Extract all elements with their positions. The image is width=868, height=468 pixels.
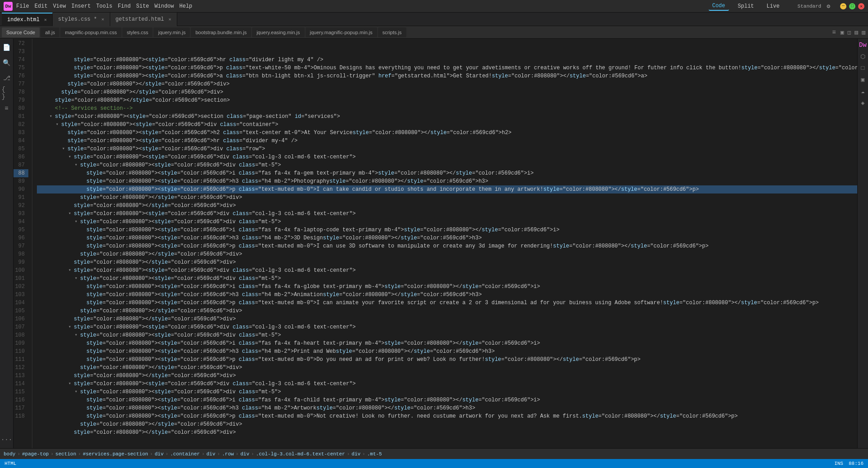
fold-arrow[interactable]: ▾ xyxy=(75,331,80,339)
right-icon-extract[interactable]: ⬡ xyxy=(860,53,865,60)
menu-file[interactable]: File xyxy=(16,3,29,9)
doc-tab-index-close[interactable]: ✕ xyxy=(44,17,47,22)
file-tab-jquery-easing[interactable]: jquery.easing.min.js xyxy=(252,27,304,37)
settings-icon[interactable]: ⚙ xyxy=(827,3,830,10)
doc-tab-getstarted[interactable]: getstarted.html ✕ xyxy=(110,13,177,26)
right-icon-css-designer[interactable]: ◈ xyxy=(861,99,865,107)
sidebar-icon-snippets[interactable]: { } xyxy=(2,88,12,98)
status-line-col: 88:16 xyxy=(849,461,864,466)
fold-arrow[interactable]: ▾ xyxy=(49,112,55,121)
right-icon-assets[interactable]: ▣ xyxy=(861,76,865,83)
code-content[interactable]: style="color:#808080"><style="color:#569… xyxy=(32,39,857,448)
menu-find[interactable]: Find xyxy=(118,3,131,9)
code-text: style="color:#808080"></style="color:#56… xyxy=(74,315,236,323)
breadcrumb-div3[interactable]: div xyxy=(240,451,249,457)
file-tab-jquery-min[interactable]: jquery.min.js xyxy=(153,27,190,37)
sidebar-icon-git[interactable]: ⎇ xyxy=(2,73,12,83)
no-fold xyxy=(75,194,80,202)
code-line: style="color:#808080"></style="color:#56… xyxy=(37,80,857,88)
fold-arrow[interactable]: ▾ xyxy=(75,388,80,396)
panel-icon-3[interactable]: ▤ xyxy=(854,28,859,37)
fold-arrow[interactable]: ▾ xyxy=(68,380,74,388)
menu-site[interactable]: Site xyxy=(136,3,149,9)
breadcrumb-container[interactable]: .container xyxy=(170,451,200,457)
sidebar-icon-dots[interactable]: ··· xyxy=(2,435,12,445)
close-btn[interactable]: ✕ xyxy=(858,3,864,9)
file-tab-magnific-popup-js[interactable]: jquery.magnific-popup.min.js xyxy=(306,27,377,37)
breadcrumb-page-top[interactable]: #page-top xyxy=(22,451,49,457)
fold-arrow[interactable]: ▾ xyxy=(56,121,61,129)
code-text: style="color:#808080"><style="color:#569… xyxy=(86,234,482,242)
file-tab-alljs[interactable]: all.js xyxy=(40,27,59,37)
code-text: style="color:#808080"><style="color:#569… xyxy=(74,153,356,161)
breadcrumb-div2[interactable]: div xyxy=(207,451,216,457)
source-code-tab[interactable]: Source Code xyxy=(2,27,40,37)
filter-icon[interactable]: ≡ xyxy=(832,29,836,36)
fold-arrow[interactable]: ▾ xyxy=(75,274,80,283)
minimize-btn[interactable]: ─ xyxy=(840,3,846,9)
panel-icon-4[interactable]: ▥ xyxy=(861,28,866,37)
code-text: style="color:#808080"><style="color:#569… xyxy=(80,274,281,283)
fold-arrow[interactable]: ▾ xyxy=(75,161,80,169)
breadcrumb-services[interactable]: #services.page-section xyxy=(83,451,148,457)
code-line: ▾style="color:#808080"><style="color:#56… xyxy=(37,380,857,388)
sidebar-icon-files[interactable]: 📄 xyxy=(2,42,12,52)
breadcrumb-col[interactable]: .col-lg-3.col-md-6.text-center xyxy=(256,451,345,457)
menu-tools[interactable]: Tools xyxy=(96,3,112,9)
breadcrumb-div4[interactable]: div xyxy=(351,451,360,457)
menu-edit[interactable]: Edit xyxy=(35,3,48,9)
code-text: style="color:#808080"></style="color:#56… xyxy=(74,428,236,436)
no-fold xyxy=(62,80,67,88)
code-line: style="color:#808080"><style="color:#569… xyxy=(37,347,857,356)
file-tab-magnific-css[interactable]: magnific-popup.min.css xyxy=(60,27,121,37)
file-tab-styles-css[interactable]: styles.css xyxy=(122,27,153,37)
view-code-btn[interactable]: Code xyxy=(709,2,729,11)
menu-window[interactable]: Window xyxy=(154,3,174,9)
breadcrumb-section[interactable]: section xyxy=(55,451,76,457)
panel-icon-1[interactable]: ▣ xyxy=(840,28,845,37)
editor-area: 7273747576777879808182838485868788899091… xyxy=(13,39,857,448)
code-text: style="color:#808080"><style="color:#569… xyxy=(67,137,297,145)
breadcrumb-div1[interactable]: div xyxy=(155,451,164,457)
file-tab-scripts[interactable]: scripts.js xyxy=(378,27,406,37)
code-text: style="color:#808080"><style="color:#569… xyxy=(86,339,540,347)
fold-arrow[interactable]: ▾ xyxy=(62,145,67,153)
status-lang[interactable]: HTML xyxy=(4,461,16,466)
fold-arrow[interactable]: ▾ xyxy=(68,210,74,218)
breadcrumb-bar: body › #page-top › section › #services.p… xyxy=(0,448,868,459)
right-icon-files-panel[interactable]: □ xyxy=(861,65,865,72)
app-logo: Dw xyxy=(4,2,13,11)
menu-help[interactable]: Help xyxy=(180,3,193,9)
breadcrumb-body[interactable]: body xyxy=(4,451,15,457)
code-scroll[interactable]: 7273747576777879808182838485868788899091… xyxy=(13,39,857,448)
sidebar-icon-properties[interactable]: ≡ xyxy=(2,104,12,113)
doc-tab-styles[interactable]: styles.css * ✕ xyxy=(53,13,110,26)
code-line: style="color:#808080"><style="color:#569… xyxy=(37,356,857,364)
code-line: style="color:#808080"><style="color:#569… xyxy=(37,396,857,404)
doc-tab-index[interactable]: index.html ✕ xyxy=(2,13,53,26)
code-text: style="color:#808080"><style="color:#569… xyxy=(86,412,738,420)
doc-tab-styles-close[interactable]: ✕ xyxy=(101,17,104,22)
fold-arrow[interactable]: ▾ xyxy=(68,153,74,161)
sidebar-icon-search[interactable]: 🔍 xyxy=(2,58,12,68)
fold-arrow[interactable]: ▾ xyxy=(68,323,74,331)
fold-arrow[interactable]: ▾ xyxy=(75,218,80,226)
no-fold xyxy=(75,250,80,258)
file-tab-bootstrap[interactable]: bootstrap.bundle.min.js xyxy=(191,27,251,37)
view-live-btn[interactable]: Live xyxy=(763,2,783,10)
no-fold xyxy=(68,56,74,64)
view-split-btn[interactable]: Split xyxy=(734,2,758,10)
breadcrumb-mt5[interactable]: .mt-5 xyxy=(367,451,382,457)
doc-tab-getstarted-close[interactable]: ✕ xyxy=(169,17,171,22)
menu-view[interactable]: View xyxy=(53,3,66,9)
breadcrumb-row[interactable]: .row xyxy=(222,451,234,457)
left-sidebar: 📄 🔍 ⎇ { } ≡ ··· xyxy=(0,39,13,448)
code-text: style="color:#808080"><style="color:#569… xyxy=(86,283,540,291)
menu-insert[interactable]: Insert xyxy=(71,3,90,9)
fold-arrow[interactable]: ▾ xyxy=(68,266,74,274)
panel-icon-2[interactable]: ◫ xyxy=(847,28,852,37)
restore-btn[interactable]: □ xyxy=(849,3,855,9)
panel-icons: ▣ ◫ ▤ ▥ xyxy=(840,28,866,37)
right-icon-dw[interactable]: Dw xyxy=(859,41,867,49)
right-icon-cc-libraries[interactable]: ☁ xyxy=(861,88,865,95)
